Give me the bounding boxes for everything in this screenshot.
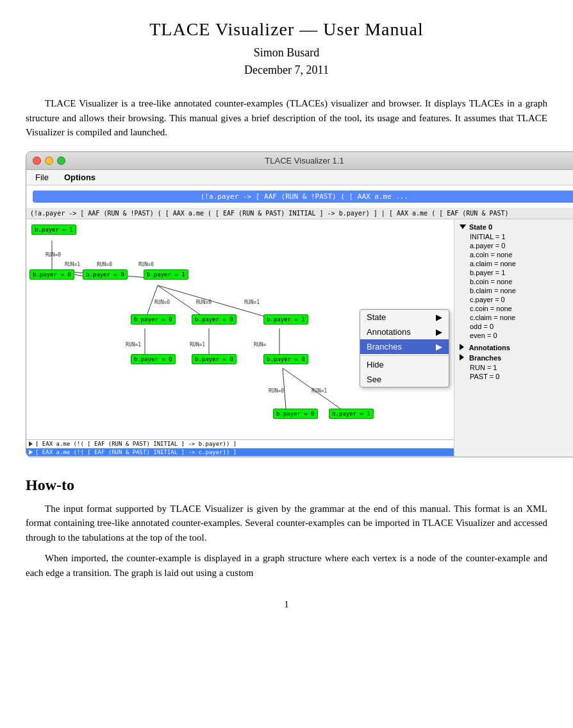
context-menu[interactable]: State ▶ Annotations ▶ Branches ▶ Hide	[360, 309, 449, 387]
state-prop-item: c.coin = none	[454, 304, 573, 313]
svg-text:RUN=1: RUN=1	[126, 342, 141, 348]
state-prop-item: b.payer = 1	[454, 268, 573, 277]
tree-row-2[interactable]: [ EAX a.me (!( [ EAF (RUN & PAST) INITIA…	[26, 448, 454, 457]
page-title: TLACE Visualizer — User Manual	[26, 19, 547, 40]
graph-canvas: RUN=0 RUN=1 RUN=0 RUN=0 RUN=0 RUN=0 RUN=…	[26, 219, 454, 457]
state-title: State 0	[469, 223, 492, 231]
ctx-annotations[interactable]: Annotations ▶	[360, 325, 449, 339]
state-prop-item: INITIAL = 1	[454, 232, 573, 241]
svg-text:RUN=1: RUN=1	[311, 388, 327, 394]
svg-text:RUN=1: RUN=1	[190, 342, 205, 348]
state-prop-item: b.coin = none	[454, 277, 573, 286]
state-prop-item: a.coin = none	[454, 250, 573, 259]
tree-arrow-icon-2	[29, 450, 33, 455]
howto-title: How-to	[26, 477, 547, 494]
svg-text:RUN=0: RUN=0	[269, 388, 284, 394]
formula-short: (!a.payer -> [ AAF (RUN & !PAST) ( [ AAX…	[33, 190, 573, 203]
svg-line-21	[283, 368, 340, 409]
window-title: TLACE Visualizer 1.1	[265, 156, 344, 165]
state-header: State 0	[454, 222, 573, 232]
state-prop-item: a.claim = none	[454, 259, 573, 268]
state-prop-item: c.payer = 0	[454, 295, 573, 304]
node-bpayer0-r3a[interactable]: b.payer = 0	[131, 314, 176, 325]
node-bpayer0-r3b[interactable]: b.payer = 0	[192, 314, 237, 325]
main-area: RUN=0 RUN=1 RUN=0 RUN=0 RUN=0 RUN=0 RUN=…	[26, 219, 573, 457]
node-bpayer1-r3c[interactable]: b.payer = 1	[263, 314, 308, 325]
node-bpayer0-r2a[interactable]: b.payer = 0	[29, 269, 74, 280]
state-properties: INITIAL = 1a.payer = 0a.coin = nonea.cla…	[454, 232, 573, 340]
node-bpayer0-r4a[interactable]: b.payer = 0	[131, 354, 176, 364]
ctx-state[interactable]: State ▶	[360, 310, 449, 325]
svg-line-20	[283, 368, 286, 409]
node-bpayer1-bot2[interactable]: b.payer = 1	[329, 409, 374, 419]
howto-para2: When imported, the counter-example is di…	[26, 551, 547, 580]
ctx-hide[interactable]: Hide	[360, 357, 449, 372]
svg-text:RUN=0: RUN=0	[138, 262, 154, 267]
tree-row-1[interactable]: [ EAX a.me (!( [ EAF (RUN & PAST) INITIA…	[26, 440, 454, 448]
past-value: PAST = 0	[454, 372, 573, 381]
node-bpayer1-top[interactable]: b.payer = 1	[31, 224, 76, 235]
graph-area[interactable]: RUN=0 RUN=1 RUN=0 RUN=0 RUN=0 RUN=0 RUN=…	[26, 219, 454, 457]
state-prop-item: c.claim = none	[454, 313, 573, 322]
node-bpayer0-r4c[interactable]: b.payer = 0	[263, 354, 308, 364]
node-bpayer1-r2c[interactable]: b.payer = 1	[144, 269, 188, 280]
intro-paragraph: TLACE Visualizer is a tree-like annotate…	[26, 96, 547, 140]
page-number: 1	[26, 599, 547, 610]
author: Simon Busard	[26, 46, 547, 60]
window-titlebar: TLACE Visualizer 1.1	[26, 152, 573, 170]
options-menu[interactable]: Options	[60, 171, 99, 183]
svg-text:RUN=1: RUN=1	[244, 300, 260, 305]
svg-text:RUN=1: RUN=1	[65, 262, 80, 267]
state-prop-item: even = 0	[454, 331, 573, 340]
tree-arrow-icon	[29, 441, 33, 446]
maximize-button[interactable]	[57, 157, 65, 165]
howto-para1: The input format supported by TLACE Visu…	[26, 502, 547, 545]
svg-text:RUN=0: RUN=0	[46, 252, 61, 258]
expand-annotations-icon[interactable]	[460, 344, 464, 350]
state-prop-item: odd = 0	[454, 322, 573, 331]
node-bpayer0-bot1[interactable]: b.payer = 0	[273, 409, 318, 419]
ctx-branches[interactable]: Branches ▶	[360, 339, 449, 354]
menubar: File Options	[26, 170, 573, 185]
svg-text:RUN=: RUN=	[254, 342, 266, 348]
state-prop-item: a.payer = 0	[454, 241, 573, 250]
svg-text:RUN=0: RUN=0	[196, 300, 212, 305]
svg-text:RUN=0: RUN=0	[154, 300, 170, 305]
right-panel: State 0 INITIAL = 1a.payer = 0a.coin = n…	[454, 219, 573, 457]
state-prop-item: b.claim = none	[454, 286, 573, 295]
expand-branches-icon[interactable]	[460, 354, 464, 360]
svg-text:RUN=0: RUN=0	[97, 262, 112, 267]
minimize-button[interactable]	[45, 157, 53, 165]
node-bpayer0-r2b[interactable]: b.payer = 0	[83, 269, 128, 280]
branches-section[interactable]: Branches	[454, 353, 573, 363]
ctx-separator	[360, 355, 449, 356]
date: December 7, 2011	[26, 63, 547, 77]
ctx-see[interactable]: See	[360, 372, 449, 387]
annotations-section[interactable]: Annotations	[454, 343, 573, 353]
file-menu[interactable]: File	[31, 171, 53, 183]
node-bpayer0-r4b[interactable]: b.payer = 0	[192, 354, 237, 364]
close-button[interactable]	[33, 157, 41, 165]
application-window: TLACE Visualizer 1.1 File Options (!a.pa…	[26, 151, 573, 457]
window-buttons	[33, 157, 65, 165]
formula-long: (!a.payer -> [ AAF (RUN & !PAST) ( [ AAX…	[26, 208, 573, 219]
collapse-icon[interactable]	[460, 224, 466, 229]
run-value: RUN = 1	[454, 363, 573, 372]
